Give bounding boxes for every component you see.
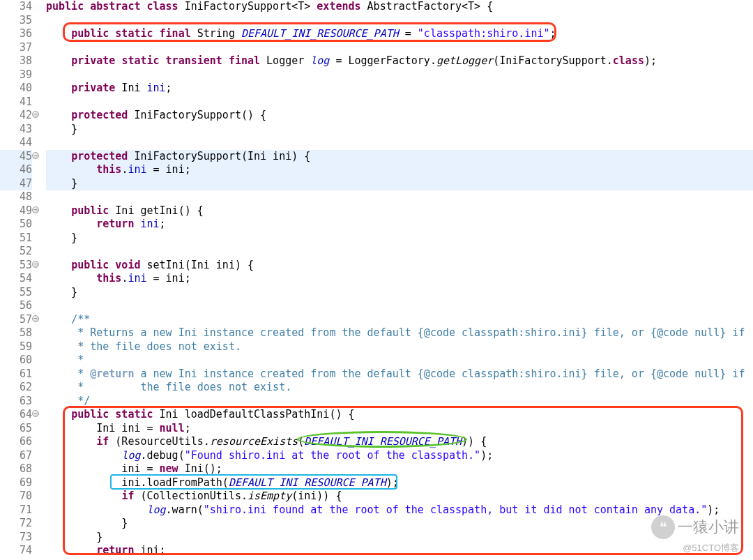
line-number: 50 — [0, 218, 32, 232]
watermark-logo: ❝ 一猿小讲 — [651, 515, 739, 539]
code-line[interactable]: } — [46, 232, 753, 245]
code-line[interactable]: } — [46, 286, 753, 300]
line-number: 57− — [0, 313, 32, 327]
line-number: 43 — [0, 123, 32, 137]
line-number: 35 — [0, 14, 32, 28]
code-line[interactable]: public static Ini loadDefaultClassPathIn… — [46, 408, 753, 422]
line-number: 34 — [0, 0, 32, 14]
code-line[interactable] — [46, 245, 753, 259]
code-line[interactable]: * @return a new Ini instance created fro… — [46, 368, 753, 381]
code-line[interactable]: } — [46, 531, 753, 545]
code-line[interactable]: * the file does not exist. — [46, 340, 753, 354]
code-line[interactable]: private static transient final Logger lo… — [46, 54, 753, 68]
code-line[interactable] — [46, 14, 753, 28]
line-number: 37 — [0, 41, 32, 55]
line-number: 67 — [0, 449, 32, 463]
fold-toggle-icon[interactable]: − — [32, 152, 39, 159]
line-number: 59 — [0, 340, 32, 354]
line-number: 51 — [0, 232, 32, 245]
line-number: 40 — [0, 82, 32, 96]
line-number: 52 — [0, 245, 32, 259]
line-number: 56 — [0, 299, 32, 313]
line-number: 55 — [0, 286, 32, 300]
code-line[interactable]: if (ResourceUtils.resourceExists(DEFAULT… — [46, 435, 753, 449]
line-number: 39 — [0, 68, 32, 82]
line-number: 36 — [0, 27, 32, 41]
code-line[interactable]: public Ini getIni() { — [46, 204, 753, 218]
code-line[interactable]: public void setIni(Ini ini) { — [46, 259, 753, 273]
line-number: 68 — [0, 462, 32, 476]
code-line[interactable]: protected IniFactorySupport() { — [46, 109, 753, 123]
code-line[interactable]: Ini ini = null; — [46, 422, 753, 436]
line-number: 66 — [0, 435, 32, 449]
line-number: 38 — [0, 54, 32, 68]
line-number: 63 — [0, 395, 32, 409]
line-number: 69 — [0, 476, 32, 490]
watermark-subtext: @51CTO博客 — [683, 542, 739, 554]
line-number: 71 — [0, 504, 32, 517]
line-number: 44 — [0, 136, 32, 150]
code-line[interactable]: } — [46, 517, 753, 531]
code-line[interactable]: /** — [46, 313, 753, 327]
code-line[interactable] — [46, 190, 753, 204]
line-number: 72 — [0, 517, 32, 531]
code-line[interactable] — [46, 136, 753, 150]
code-line[interactable]: public abstract class IniFactorySupport<… — [46, 0, 753, 14]
line-number: 64− — [0, 408, 32, 422]
line-number: 74 — [0, 544, 32, 558]
chat-bubble-icon: ❝ — [651, 515, 675, 539]
code-editor[interactable]: 343536373839404142−434445−46474849−50515… — [0, 0, 753, 560]
line-number: 58 — [0, 326, 32, 340]
line-number: 47 — [0, 177, 32, 191]
fold-toggle-icon[interactable]: − — [32, 315, 39, 322]
line-number: 60 — [0, 354, 32, 368]
code-line[interactable]: this.ini = ini; — [46, 163, 753, 177]
code-line[interactable]: * the file does not exist. — [46, 381, 753, 395]
line-number: 49− — [0, 204, 32, 218]
code-line[interactable] — [46, 68, 753, 82]
line-number: 73 — [0, 531, 32, 545]
code-line[interactable]: ini = new Ini(); — [46, 462, 753, 476]
line-number: 70 — [0, 490, 32, 504]
code-line[interactable]: ini.loadFromPath(DEFAULT_INI_RESOURCE_PA… — [46, 476, 753, 490]
line-number: 42− — [0, 109, 32, 123]
code-line[interactable]: return ini; — [46, 544, 753, 558]
code-area[interactable]: public abstract class IniFactorySupport<… — [36, 0, 753, 560]
line-number: 54 — [0, 272, 32, 286]
code-line[interactable]: private Ini ini; — [46, 82, 753, 96]
code-line[interactable] — [46, 96, 753, 109]
fold-toggle-icon[interactable]: − — [32, 261, 39, 268]
watermark-text: 一猿小讲 — [678, 517, 739, 538]
line-number-gutter: 343536373839404142−434445−46474849−50515… — [0, 0, 36, 560]
code-line[interactable]: } — [46, 123, 753, 137]
code-line[interactable]: } — [46, 177, 753, 191]
code-line[interactable]: if (CollectionUtils.isEmpty(ini)) { — [46, 490, 753, 504]
code-line[interactable]: */ — [46, 395, 753, 409]
fold-toggle-icon[interactable]: − — [32, 410, 39, 417]
code-line[interactable]: this.ini = ini; — [46, 272, 753, 286]
code-line[interactable]: return ini; — [46, 218, 753, 232]
line-number: 62 — [0, 381, 32, 395]
code-line[interactable]: log.debug("Found shiro.ini at the root o… — [46, 449, 753, 463]
code-line[interactable] — [46, 41, 753, 55]
line-number: 53− — [0, 259, 32, 273]
fold-toggle-icon[interactable]: − — [32, 206, 39, 213]
line-number: 45− — [0, 150, 32, 164]
code-line[interactable]: protected IniFactorySupport(Ini ini) { — [46, 150, 753, 164]
code-line[interactable]: * — [46, 354, 753, 368]
fold-toggle-icon[interactable]: − — [32, 111, 39, 118]
line-number: 46 — [0, 163, 32, 177]
line-number: 65 — [0, 422, 32, 436]
line-number: 61 — [0, 368, 32, 381]
line-number: 41 — [0, 96, 32, 109]
line-number: 48 — [0, 190, 32, 204]
code-line[interactable]: * Returns a new Ini instance created fro… — [46, 326, 753, 340]
code-line[interactable] — [46, 299, 753, 313]
code-line[interactable]: log.warn("shiro.ini found at the root of… — [46, 504, 753, 517]
code-line[interactable]: public static final String DEFAULT_INI_R… — [46, 27, 753, 41]
